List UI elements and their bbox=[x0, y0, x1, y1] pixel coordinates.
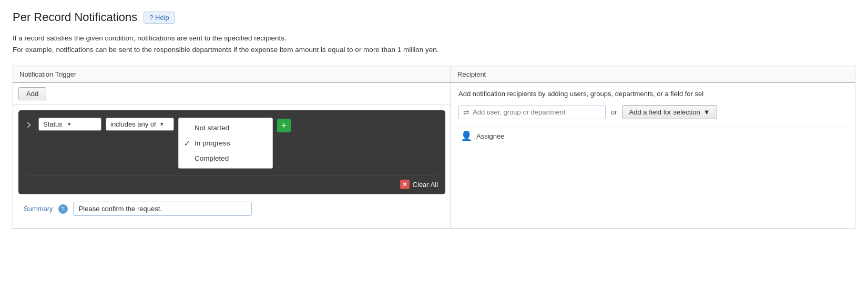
recipient-input-icon: ⇄ bbox=[463, 108, 469, 117]
condition-row: Status ▼ includes any of ▼ bbox=[26, 118, 438, 169]
recipient-cell: Add notification recipients by adding us… bbox=[451, 83, 855, 229]
add-field-selection-button[interactable]: Add a field for selection ▼ bbox=[622, 105, 717, 119]
operator-select-label: includes any of bbox=[110, 120, 156, 128]
col-trigger-header: Notification Trigger bbox=[13, 66, 451, 83]
summary-label: Summary bbox=[24, 205, 53, 213]
trigger-cell: Add Status ▼ bbox=[13, 83, 451, 229]
description-line2: For example, notifications can be sent t… bbox=[13, 44, 855, 56]
summary-row: Summary ? bbox=[18, 194, 445, 223]
recipient-input-container: ⇄ bbox=[458, 106, 606, 119]
summary-help-icon[interactable]: ? bbox=[58, 204, 68, 214]
add-button[interactable]: Add bbox=[18, 87, 46, 100]
page-title: Per Record Notifications bbox=[13, 11, 137, 24]
col-recipient-header: Recipient bbox=[451, 66, 855, 83]
assignee-label: Assignee bbox=[476, 132, 504, 140]
values-dropdown-menu: Not started In progress Completed bbox=[178, 118, 273, 169]
page-header: Per Record Notifications ? Help bbox=[13, 11, 855, 24]
dark-panel: Status ▼ includes any of ▼ bbox=[18, 110, 445, 194]
assignee-row: 👤 Assignee bbox=[458, 127, 847, 145]
field-selection-arrow-icon: ▼ bbox=[703, 108, 710, 116]
clear-all-button[interactable]: ✕ Clear All bbox=[400, 180, 438, 189]
help-button[interactable]: ? Help bbox=[144, 12, 175, 24]
description: If a record satisfies the given conditio… bbox=[13, 33, 855, 55]
recipient-text-input[interactable] bbox=[473, 108, 588, 116]
add-condition-button[interactable]: + bbox=[277, 119, 291, 132]
summary-input[interactable] bbox=[73, 202, 252, 216]
field-select-dropdown[interactable]: Status ▼ bbox=[38, 118, 101, 131]
clear-all-icon: ✕ bbox=[400, 180, 410, 189]
dropdown-item-completed[interactable]: Completed bbox=[179, 151, 272, 166]
add-field-selection-label: Add a field for selection bbox=[629, 108, 700, 116]
description-line1: If a record satisfies the given conditio… bbox=[13, 33, 855, 44]
panel-footer: ✕ Clear All bbox=[26, 175, 438, 189]
dropdown-item-not-started-label: Not started bbox=[195, 124, 229, 132]
or-label: or bbox=[611, 108, 617, 116]
dropdown-item-completed-label: Completed bbox=[195, 154, 229, 162]
trigger-area: Status ▼ includes any of ▼ bbox=[13, 105, 451, 228]
clear-all-label: Clear All bbox=[413, 181, 438, 189]
add-button-row: Add bbox=[13, 83, 451, 105]
operator-arrow-icon: ▼ bbox=[159, 121, 165, 127]
add-condition-icon: + bbox=[281, 120, 287, 131]
operator-select-dropdown[interactable]: includes any of ▼ bbox=[106, 118, 174, 131]
recipient-input-row: ⇄ or Add a field for selection ▼ bbox=[458, 105, 847, 119]
dropdown-item-in-progress[interactable]: In progress bbox=[179, 135, 272, 151]
main-table: Notification Trigger Recipient Add bbox=[13, 66, 855, 229]
dropdown-item-not-started[interactable]: Not started bbox=[179, 120, 272, 135]
field-select-arrow-icon: ▼ bbox=[67, 121, 72, 127]
dropdown-item-in-progress-label: In progress bbox=[195, 139, 230, 147]
recipient-description: Add notification recipients by adding us… bbox=[458, 89, 847, 99]
recipient-area: Add notification recipients by adding us… bbox=[451, 83, 855, 151]
field-select-label: Status bbox=[43, 120, 63, 128]
assignee-icon: 👤 bbox=[461, 130, 472, 142]
